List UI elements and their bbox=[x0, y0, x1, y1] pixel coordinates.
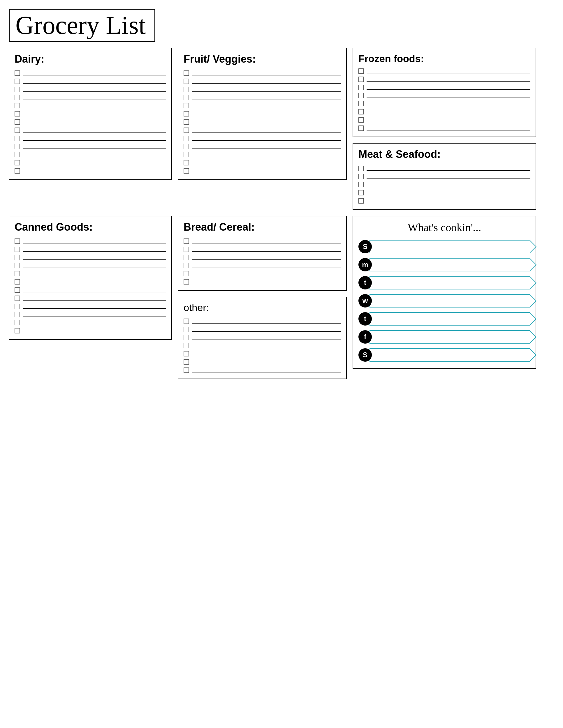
checkbox[interactable] bbox=[183, 95, 189, 100]
checkbox[interactable] bbox=[183, 79, 189, 84]
list-item bbox=[359, 109, 530, 114]
checkbox[interactable] bbox=[15, 271, 20, 276]
checkbox[interactable] bbox=[15, 255, 20, 260]
list-item bbox=[183, 247, 341, 252]
checkbox[interactable] bbox=[183, 343, 189, 348]
checkbox[interactable] bbox=[359, 190, 364, 195]
day-arrow bbox=[370, 258, 530, 271]
checkbox[interactable] bbox=[15, 136, 20, 141]
list-item bbox=[359, 198, 530, 204]
checkbox[interactable] bbox=[15, 287, 20, 293]
checkbox[interactable] bbox=[15, 152, 20, 157]
checkbox[interactable] bbox=[183, 255, 189, 260]
dairy-section: Dairy: bbox=[9, 48, 172, 180]
checkbox[interactable] bbox=[359, 174, 364, 179]
meat-title: Meat & Seafood: bbox=[359, 148, 530, 160]
checkbox[interactable] bbox=[183, 238, 189, 244]
checkbox[interactable] bbox=[183, 152, 189, 157]
checkbox[interactable] bbox=[359, 109, 364, 114]
list-item bbox=[183, 168, 341, 174]
checkbox[interactable] bbox=[183, 136, 189, 141]
checkbox[interactable] bbox=[183, 263, 189, 268]
canned-title: Canned Goods: bbox=[15, 221, 166, 233]
list-item bbox=[15, 328, 166, 333]
checkbox[interactable] bbox=[15, 247, 20, 252]
checkbox[interactable] bbox=[15, 328, 20, 333]
checkbox[interactable] bbox=[359, 166, 364, 171]
checkbox[interactable] bbox=[183, 319, 189, 324]
checkbox[interactable] bbox=[15, 111, 20, 116]
checkbox[interactable] bbox=[15, 95, 20, 100]
day-badge-saturday: S bbox=[359, 348, 372, 362]
checkbox[interactable] bbox=[15, 144, 20, 149]
checkbox[interactable] bbox=[359, 85, 364, 90]
day-arrow bbox=[370, 330, 530, 344]
list-item bbox=[183, 128, 341, 133]
list-item bbox=[15, 287, 166, 293]
list-item bbox=[183, 160, 341, 165]
checkbox[interactable] bbox=[15, 160, 20, 165]
checkbox[interactable] bbox=[183, 168, 189, 174]
checkbox[interactable] bbox=[15, 79, 20, 84]
list-item bbox=[15, 152, 166, 157]
checkbox[interactable] bbox=[183, 87, 189, 92]
checkbox[interactable] bbox=[15, 279, 20, 285]
checkbox[interactable] bbox=[183, 367, 189, 373]
checkbox[interactable] bbox=[183, 351, 189, 356]
list-item: t bbox=[359, 275, 530, 290]
checkbox[interactable] bbox=[15, 103, 20, 108]
checkbox[interactable] bbox=[183, 70, 189, 76]
day-badge-tuesday: t bbox=[359, 276, 372, 289]
day-badge-sunday: S bbox=[359, 240, 372, 253]
list-item bbox=[15, 79, 166, 84]
list-item bbox=[359, 182, 530, 187]
checkbox[interactable] bbox=[359, 101, 364, 106]
checkbox[interactable] bbox=[183, 128, 189, 133]
checkbox[interactable] bbox=[359, 93, 364, 98]
list-item bbox=[183, 152, 341, 157]
list-item bbox=[183, 111, 341, 116]
checkbox[interactable] bbox=[15, 263, 20, 268]
list-item: w bbox=[359, 293, 530, 308]
checkbox[interactable] bbox=[15, 168, 20, 174]
checkbox[interactable] bbox=[359, 198, 364, 204]
checkbox[interactable] bbox=[15, 312, 20, 317]
checkbox[interactable] bbox=[183, 279, 189, 285]
fruit-title: Fruit/ Veggies: bbox=[183, 53, 341, 65]
day-badge-thursday: t bbox=[359, 312, 372, 326]
canned-section: Canned Goods: bbox=[9, 216, 172, 340]
checkbox[interactable] bbox=[15, 320, 20, 325]
checkbox[interactable] bbox=[15, 238, 20, 244]
checkbox[interactable] bbox=[183, 271, 189, 276]
checkbox[interactable] bbox=[183, 335, 189, 340]
checkbox[interactable] bbox=[15, 87, 20, 92]
meat-list bbox=[359, 166, 530, 204]
list-item bbox=[183, 367, 341, 373]
day-arrow bbox=[370, 294, 530, 308]
list-item: t bbox=[359, 311, 530, 326]
list-item bbox=[15, 128, 166, 133]
checkbox[interactable] bbox=[183, 144, 189, 149]
checkbox[interactable] bbox=[15, 304, 20, 309]
checkbox[interactable] bbox=[359, 68, 364, 74]
checkbox[interactable] bbox=[359, 126, 364, 131]
dairy-title: Dairy: bbox=[15, 53, 166, 65]
list-item bbox=[15, 296, 166, 301]
checkbox[interactable] bbox=[15, 296, 20, 301]
checkbox[interactable] bbox=[359, 77, 364, 82]
checkbox[interactable] bbox=[15, 70, 20, 76]
checkbox[interactable] bbox=[15, 119, 20, 125]
checkbox[interactable] bbox=[183, 327, 189, 332]
checkbox[interactable] bbox=[183, 111, 189, 116]
checkbox[interactable] bbox=[183, 247, 189, 252]
frozen-list bbox=[359, 68, 530, 131]
checkbox[interactable] bbox=[183, 103, 189, 108]
checkbox[interactable] bbox=[15, 128, 20, 133]
list-item: S bbox=[359, 347, 530, 363]
checkbox[interactable] bbox=[359, 117, 364, 123]
checkbox[interactable] bbox=[359, 182, 364, 187]
fruit-section: Fruit/ Veggies: bbox=[178, 48, 347, 180]
checkbox[interactable] bbox=[183, 119, 189, 125]
checkbox[interactable] bbox=[183, 160, 189, 165]
checkbox[interactable] bbox=[183, 359, 189, 365]
